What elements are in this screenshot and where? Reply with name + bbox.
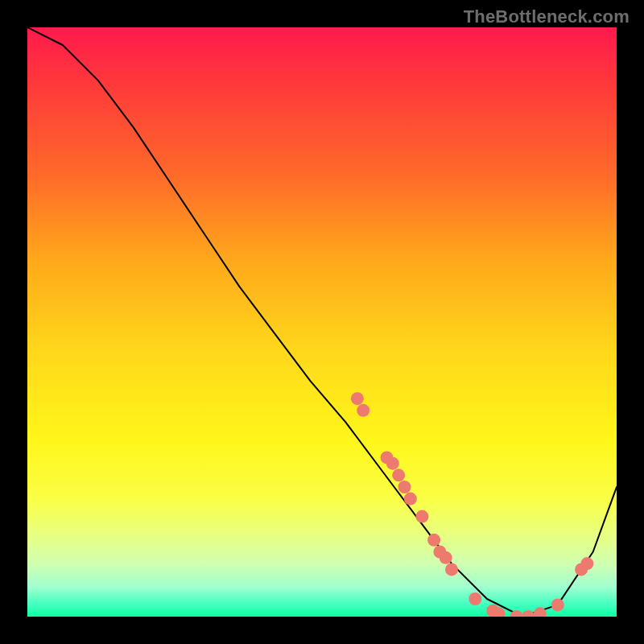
data-point	[469, 592, 481, 605]
chart-svg	[27, 27, 617, 617]
data-point	[386, 457, 399, 470]
data-point	[392, 469, 405, 481]
data-point	[398, 481, 411, 493]
data-point	[404, 493, 417, 506]
plot-area	[27, 27, 617, 617]
data-point	[427, 534, 440, 547]
data-points	[351, 392, 594, 617]
data-point	[415, 510, 428, 523]
bottleneck-curve	[27, 27, 617, 617]
data-point	[522, 610, 535, 617]
data-point	[445, 563, 458, 576]
watermark-text: TheBottleneck.com	[464, 6, 630, 27]
data-point	[440, 551, 452, 564]
data-point	[551, 598, 564, 611]
data-point	[580, 557, 593, 570]
data-point	[357, 404, 369, 417]
data-point	[351, 392, 364, 405]
chart-container: TheBottleneck.com	[0, 0, 644, 644]
